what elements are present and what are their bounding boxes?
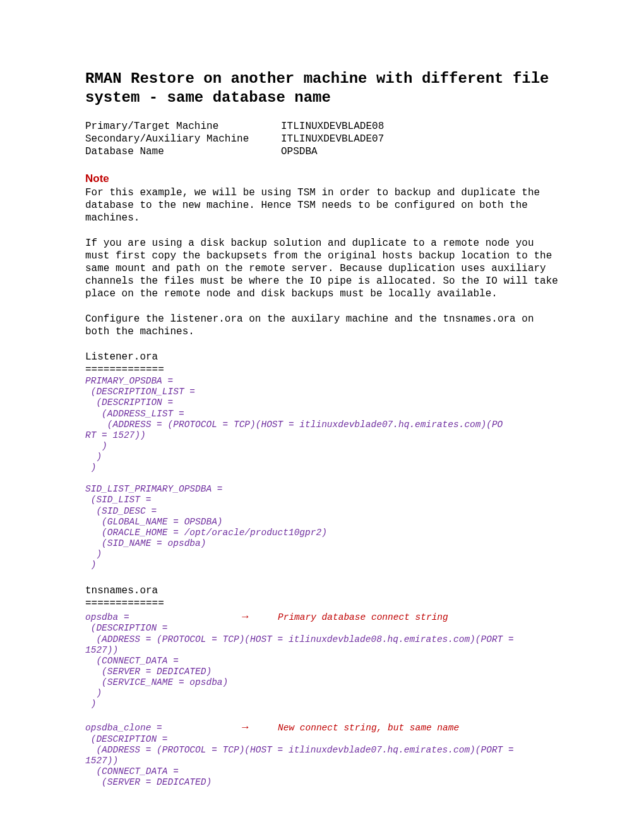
info-row-secondary: Secondary/Auxiliary Machine ITLINUXDEVBL… (85, 133, 559, 145)
arrow-icon: → (240, 720, 278, 734)
tnsnames-divider: ============= (85, 597, 559, 610)
info-block: Primary/Target Machine ITLINUXDEVBLADE08… (85, 120, 559, 158)
tns-entry2-comment: New connect string, but same name (278, 722, 459, 734)
info-label: Secondary/Auxiliary Machine (85, 133, 281, 145)
spacer (85, 710, 559, 720)
tns-entry1-key: opsdba = (85, 612, 240, 623)
note-heading: Note (85, 172, 559, 185)
tns-entry1-comment: Primary database connect string (278, 612, 448, 623)
info-value: OPSDBA (281, 145, 559, 158)
tns-entry2-key: opsdba_clone = (85, 722, 240, 734)
page-title: RMAN Restore on another machine with dif… (85, 70, 559, 107)
spacer (85, 571, 559, 582)
info-label: Database Name (85, 145, 281, 158)
listener-section-name: Listener.ora (85, 351, 559, 363)
tnsnames-section-name: tnsnames.ora (85, 584, 559, 597)
paragraph-3: Configure the listener.ora on the auxila… (85, 313, 559, 338)
tns-entry2-code: (DESCRIPTION = (ADDRESS = (PROTOCOL = TC… (85, 734, 559, 789)
paragraph-1: For this example, we will be using TSM i… (85, 186, 559, 224)
info-row-dbname: Database Name OPSDBA (85, 145, 559, 158)
info-row-primary: Primary/Target Machine ITLINUXDEVBLADE08 (85, 120, 559, 133)
tns-entry2-header: opsdba_clone = → New connect string, but… (85, 720, 559, 734)
info-value: ITLINUXDEVBLADE07 (281, 133, 559, 145)
listener-code: PRIMARY_OPSDBA = (DESCRIPTION_LIST = (DE… (85, 376, 559, 571)
tns-entry1-code: (DESCRIPTION = (ADDRESS = (PROTOCOL = TC… (85, 623, 559, 710)
listener-divider: ============= (85, 363, 559, 376)
arrow-icon: → (240, 610, 278, 623)
info-label: Primary/Target Machine (85, 120, 281, 133)
tns-entry1-header: opsdba = → Primary database connect stri… (85, 610, 559, 623)
paragraph-2: If you are using a disk backup solution … (85, 237, 559, 300)
info-value: ITLINUXDEVBLADE08 (281, 120, 559, 133)
